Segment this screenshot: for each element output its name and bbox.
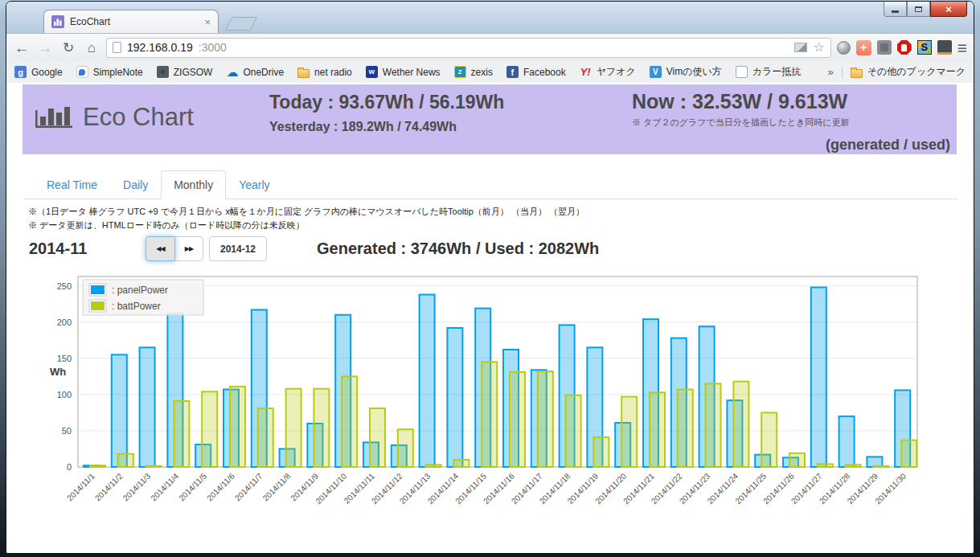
battPower-bar[interactable] bbox=[453, 460, 469, 467]
bookmark-label: SimpleNote bbox=[93, 67, 143, 78]
bookmark-item[interactable]: SimpleNote bbox=[76, 66, 143, 78]
globe-extension-icon[interactable] bbox=[837, 41, 851, 55]
monthly-totals: Generated : 3746Wh / Used : 2082Wh bbox=[317, 240, 599, 258]
bookmark-item[interactable]: VVimの使い方 bbox=[650, 65, 722, 79]
now-value: Now : 32.53W / 9.613W bbox=[632, 90, 849, 113]
bookmark-label: Google bbox=[31, 67, 63, 78]
battPower-bar[interactable] bbox=[90, 465, 105, 467]
minimize-icon bbox=[892, 10, 899, 13]
battPower-bar[interactable] bbox=[510, 372, 525, 467]
other-bookmarks-button[interactable]: その他のブックマーク bbox=[851, 65, 966, 79]
bookmark-star-icon[interactable]: ☆ bbox=[813, 41, 824, 54]
bookmark-item[interactable]: fFacebook bbox=[506, 66, 566, 78]
tab-real-time[interactable]: Real Time bbox=[34, 170, 110, 199]
battPower-bar[interactable] bbox=[901, 440, 916, 467]
battPower-bar[interactable] bbox=[650, 392, 665, 467]
bookmark-label: Facebook bbox=[523, 67, 566, 78]
battPower-bar[interactable] bbox=[258, 408, 273, 467]
maximize-button[interactable] bbox=[907, 2, 930, 17]
bookmarks-separator bbox=[842, 66, 843, 79]
bookmark-item[interactable]: gGoogle bbox=[14, 66, 63, 78]
now-note: ※ タブ２のグラフで当日分を描画したとき同時に更新 bbox=[632, 117, 849, 129]
close-button[interactable]: × bbox=[930, 2, 967, 17]
battPower-bar[interactable] bbox=[314, 389, 329, 467]
battPower-bar[interactable] bbox=[761, 412, 777, 467]
minimize-button[interactable] bbox=[884, 2, 907, 17]
battPower-bar[interactable] bbox=[426, 465, 441, 467]
y-tick-label: 0 bbox=[67, 462, 72, 472]
battPower-bar[interactable] bbox=[678, 390, 693, 467]
x-tick-label: 2014/11/5 bbox=[177, 471, 208, 502]
evernote-extension-icon[interactable] bbox=[877, 40, 892, 55]
unit-note: (generated / used) bbox=[826, 137, 950, 154]
battPower-bar[interactable] bbox=[370, 408, 385, 467]
battPower-bar[interactable] bbox=[873, 466, 888, 467]
battPower-bar[interactable] bbox=[286, 389, 301, 467]
tab-monthly[interactable]: Monthly bbox=[161, 170, 226, 199]
battPower-bar[interactable] bbox=[146, 466, 162, 467]
image-extension-icon[interactable] bbox=[794, 43, 807, 52]
bookmark-label: カラー抵抗 bbox=[752, 65, 802, 79]
titlebar[interactable]: × EcoChart × bbox=[6, 2, 974, 33]
tab-close-icon[interactable]: × bbox=[204, 17, 211, 27]
plus-extension-icon[interactable]: + bbox=[856, 40, 871, 55]
battPower-bar[interactable] bbox=[846, 465, 861, 467]
battPower-bar[interactable] bbox=[706, 383, 721, 467]
panelPower-bar[interactable] bbox=[839, 416, 855, 467]
new-tab-button[interactable] bbox=[224, 17, 257, 31]
prev-month-button[interactable]: ◀◀ bbox=[146, 236, 175, 261]
battPower-bar[interactable] bbox=[202, 391, 217, 467]
battPower-bar[interactable] bbox=[818, 464, 833, 467]
address-bar[interactable]: 192.168.0.19 :3000 ☆ bbox=[106, 38, 831, 58]
back-icon[interactable]: ← bbox=[13, 40, 31, 55]
wethernews-icon: W bbox=[366, 66, 378, 78]
panelPower-bar[interactable] bbox=[420, 295, 435, 467]
reload-icon[interactable]: ↻ bbox=[59, 41, 77, 55]
battPower-bar[interactable] bbox=[621, 397, 637, 467]
bookmark-item[interactable]: net radio bbox=[297, 67, 352, 78]
jump-month-button[interactable]: 2014-12 bbox=[209, 236, 267, 261]
page-icon bbox=[736, 66, 748, 78]
folder-icon bbox=[851, 69, 863, 78]
battPower-bar[interactable] bbox=[789, 453, 805, 467]
menu-icon[interactable]: ≡ bbox=[957, 39, 967, 56]
battPower-bar[interactable] bbox=[482, 362, 497, 467]
battPower-bar[interactable] bbox=[174, 401, 189, 467]
amazon-extension-icon[interactable] bbox=[937, 40, 952, 55]
bookmark-item[interactable]: ZIGSOW bbox=[157, 66, 213, 78]
forward-icon[interactable]: → bbox=[36, 40, 54, 55]
next-month-button[interactable]: ▶▶ bbox=[174, 236, 203, 261]
bookmark-item[interactable]: カラー抵抗 bbox=[736, 65, 802, 79]
battPower-bar[interactable] bbox=[593, 437, 609, 467]
home-icon[interactable]: ⌂ bbox=[83, 41, 100, 55]
browser-tab[interactable]: EcoChart × bbox=[43, 10, 219, 33]
bookmark-item[interactable]: WWether News bbox=[366, 66, 441, 78]
battPower-bar[interactable] bbox=[118, 454, 133, 467]
bookmark-item[interactable]: Zzexis bbox=[454, 66, 493, 78]
panelPower-bar[interactable] bbox=[112, 354, 127, 467]
url-port: :3000 bbox=[199, 41, 227, 54]
panelPower-bar[interactable] bbox=[811, 288, 826, 467]
bookmark-item[interactable]: Y!ヤフオク bbox=[580, 65, 636, 79]
tab-yearly[interactable]: Yearly bbox=[226, 170, 282, 199]
maximize-icon bbox=[915, 6, 922, 12]
panelPower-bar[interactable] bbox=[140, 347, 155, 467]
yesterday-value: Yesterday : 189.2Wh / 74.49Wh bbox=[269, 120, 504, 134]
battPower-bar[interactable] bbox=[342, 376, 357, 467]
battPower-bar[interactable] bbox=[538, 371, 553, 467]
bookmarks-overflow-icon[interactable]: » bbox=[828, 66, 834, 78]
legend-label-battPower: : battPower bbox=[112, 301, 161, 312]
stop-hand-extension-icon[interactable] bbox=[897, 40, 912, 55]
battPower-bar[interactable] bbox=[230, 387, 245, 467]
google-icon: g bbox=[14, 66, 27, 78]
legend-label-panelPower: : panelPower bbox=[112, 285, 168, 296]
bookmark-item[interactable]: ☁OneDrive bbox=[226, 66, 284, 78]
battPower-bar[interactable] bbox=[733, 382, 748, 467]
tab-daily[interactable]: Daily bbox=[110, 170, 161, 199]
battPower-bar[interactable] bbox=[398, 429, 413, 467]
x-tick-label: 2014/11/3 bbox=[121, 471, 153, 502]
s-extension-icon[interactable]: S bbox=[917, 40, 932, 55]
battPower-bar[interactable] bbox=[566, 395, 581, 467]
other-bookmarks-label: その他のブックマーク bbox=[867, 65, 966, 79]
panelPower-bar[interactable] bbox=[447, 328, 462, 467]
